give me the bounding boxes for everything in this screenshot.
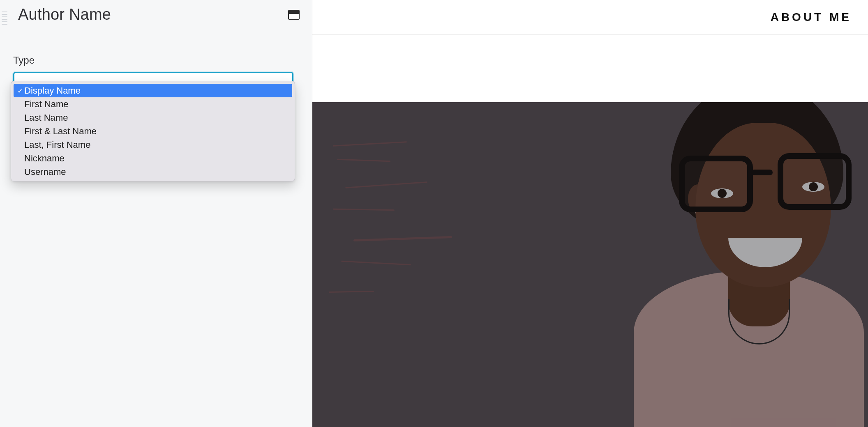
whiteboard-background — [325, 127, 538, 340]
sidebar-header: Author Name — [12, 6, 300, 23]
option-display-name[interactable]: ✓ Display Name — [14, 84, 292, 97]
option-label: Last Name — [24, 112, 68, 123]
option-label: Last, First Name — [24, 140, 90, 150]
option-first-name[interactable]: First Name — [14, 97, 292, 111]
portrait-illustration — [576, 102, 868, 427]
type-dropdown: ✓ Display Name First Name Last Name Firs… — [11, 81, 295, 181]
settings-sidebar: Author Name Type ✓ Display Name First Na… — [0, 0, 312, 427]
option-last-first-name[interactable]: Last, First Name — [14, 138, 292, 152]
hero-image — [312, 102, 868, 427]
preview-area: ABOUT ME — [312, 0, 868, 427]
option-label: First Name — [24, 99, 69, 110]
nav-about-me[interactable]: ABOUT ME — [771, 11, 852, 24]
option-label: First & Last Name — [24, 126, 97, 137]
option-label: Nickname — [24, 153, 65, 164]
type-field: Type ✓ Display Name First Name Last Name — [12, 55, 300, 102]
option-username[interactable]: Username — [14, 165, 292, 179]
option-last-name[interactable]: Last Name — [14, 111, 292, 124]
option-label: Username — [24, 167, 66, 177]
type-label: Type — [13, 55, 300, 66]
option-label: Display Name — [24, 85, 81, 96]
drag-handle-icon[interactable] — [2, 11, 8, 25]
option-first-last-name[interactable]: First & Last Name — [14, 124, 292, 138]
checkmark-icon: ✓ — [16, 86, 24, 95]
option-nickname[interactable]: Nickname — [14, 152, 292, 165]
window-icon[interactable] — [288, 10, 300, 20]
sidebar-title: Author Name — [18, 6, 111, 23]
site-topbar: ABOUT ME — [312, 0, 868, 34]
spacer — [312, 35, 868, 102]
